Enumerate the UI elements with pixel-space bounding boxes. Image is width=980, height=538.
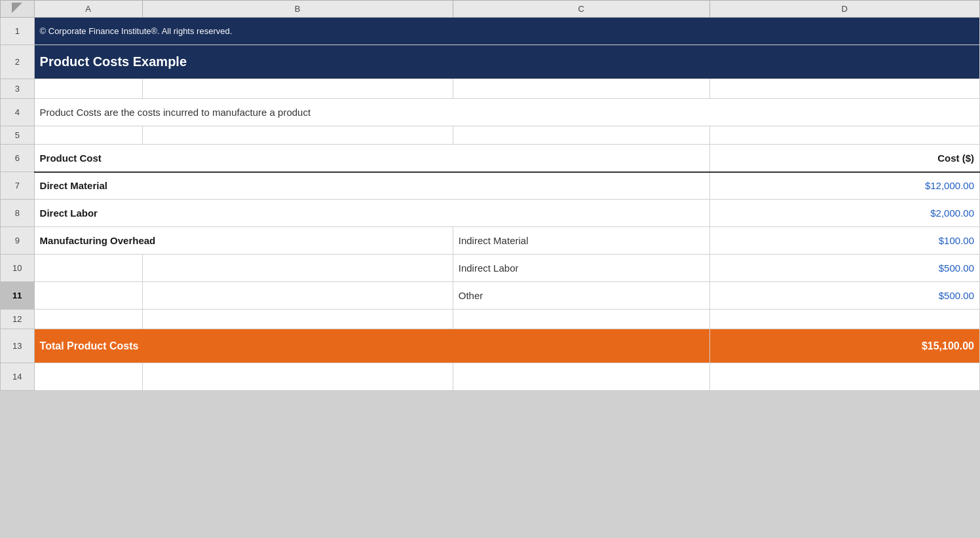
cell-12-d — [709, 310, 979, 329]
column-header-row: A B C D — [1, 1, 980, 18]
row-num-1: 1 — [1, 18, 35, 45]
cell-14-a — [34, 363, 142, 391]
cell-5-a — [34, 126, 142, 145]
cell-14-c — [453, 363, 709, 391]
row-num-4: 4 — [1, 99, 35, 126]
cell-3-b — [142, 79, 453, 99]
row-9: 9 Manufacturing Overhead Indirect Materi… — [1, 227, 980, 255]
corner-cell — [1, 1, 35, 18]
col-header-d[interactable]: D — [709, 1, 979, 18]
row-7: 7 Direct Material $12,000.00 — [1, 172, 980, 200]
row-5: 5 — [1, 126, 980, 145]
row-6: 6 Product Cost Cost ($) — [1, 145, 980, 172]
row-num-6: 6 — [1, 145, 35, 172]
row-num-14: 14 — [1, 363, 35, 391]
row-num-5: 5 — [1, 126, 35, 145]
row-10: 10 Indirect Labor $500.00 — [1, 255, 980, 282]
cell-9-value: $100.00 — [709, 227, 979, 255]
cell-3-c — [453, 79, 709, 99]
cell-1-copyright: © Corporate Finance Institute®. All righ… — [34, 18, 979, 45]
row-num-12: 12 — [1, 310, 35, 329]
cell-3-a — [34, 79, 142, 99]
cell-10-b — [142, 255, 453, 282]
col-header-a[interactable]: A — [34, 1, 142, 18]
row-1: 1 © Corporate Finance Institute®. All ri… — [1, 18, 980, 45]
spreadsheet-wrapper: A B C D 1 © Corporate Finance Institute®… — [0, 0, 980, 391]
cell-13-total-value: $15,100.00 — [709, 329, 979, 363]
row-3: 3 — [1, 79, 980, 99]
cell-12-a — [34, 310, 142, 329]
cell-9-indirect-material: Indirect Material — [453, 227, 709, 255]
svg-marker-0 — [12, 3, 22, 13]
row-num-7: 7 — [1, 172, 35, 200]
cell-11-other: Other — [453, 282, 709, 310]
row-12: 12 — [1, 310, 980, 329]
row-4: 4 Product Costs are the costs incurred t… — [1, 99, 980, 126]
cell-5-d — [709, 126, 979, 145]
cell-9-mfg-overhead: Manufacturing Overhead — [34, 227, 453, 255]
row-num-9: 9 — [1, 227, 35, 255]
row-num-3: 3 — [1, 79, 35, 99]
cell-12-c — [453, 310, 709, 329]
cell-4-description: Product Costs are the costs incurred to … — [34, 99, 979, 126]
row-2: 2 Product Costs Example — [1, 45, 980, 79]
cell-10-indirect-labor: Indirect Labor — [453, 255, 709, 282]
cell-5-b — [142, 126, 453, 145]
cell-11-a — [34, 282, 142, 310]
cell-11-value: $500.00 — [709, 282, 979, 310]
cell-14-b — [142, 363, 453, 391]
row-num-10: 10 — [1, 255, 35, 282]
row-num-2: 2 — [1, 45, 35, 79]
cell-8-direct-labor: Direct Labor — [34, 200, 709, 227]
row-num-8: 8 — [1, 200, 35, 227]
col-header-b[interactable]: B — [142, 1, 453, 18]
cell-10-a — [34, 255, 142, 282]
cell-13-total-label: Total Product Costs — [34, 329, 709, 363]
cell-7-direct-material: Direct Material — [34, 172, 709, 200]
row-num-13: 13 — [1, 329, 35, 363]
cell-6-cost-header: Cost ($) — [709, 145, 979, 172]
cell-11-b — [142, 282, 453, 310]
cell-12-b — [142, 310, 453, 329]
row-13: 13 Total Product Costs $15,100.00 — [1, 329, 980, 363]
row-num-11: 11 — [1, 282, 35, 310]
cell-10-value: $500.00 — [709, 255, 979, 282]
row-11: 11 Other $500.00 — [1, 282, 980, 310]
cell-3-d — [709, 79, 979, 99]
cell-14-d — [709, 363, 979, 391]
spreadsheet-table: A B C D 1 © Corporate Finance Institute®… — [0, 0, 980, 391]
col-header-c[interactable]: C — [453, 1, 709, 18]
cell-5-c — [453, 126, 709, 145]
cell-7-value: $12,000.00 — [709, 172, 979, 200]
row-8: 8 Direct Labor $2,000.00 — [1, 200, 980, 227]
cell-8-value: $2,000.00 — [709, 200, 979, 227]
cell-2-title: Product Costs Example — [34, 45, 979, 79]
row-14: 14 — [1, 363, 980, 391]
cell-6-product-cost: Product Cost — [34, 145, 709, 172]
